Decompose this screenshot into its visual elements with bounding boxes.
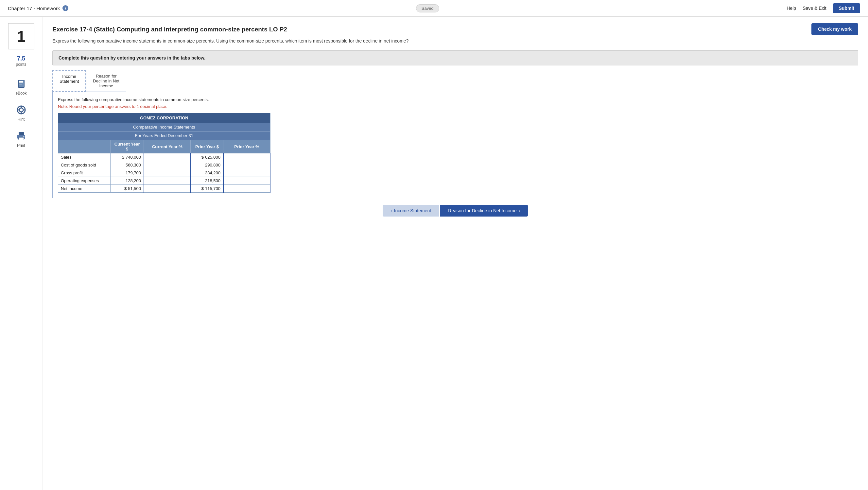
row-curr-dollar-opex: 128,200 bbox=[111, 177, 144, 185]
income-table: GOMEZ CORPORATION Comparative Income Sta… bbox=[58, 113, 271, 193]
col-header-curr-pct: Current Year % bbox=[144, 140, 191, 153]
print-button[interactable]: Print bbox=[8, 128, 34, 150]
svg-point-6 bbox=[19, 108, 23, 112]
table-row: Net income $ 51,500 $ bbox=[58, 185, 271, 193]
row-prior-pct-cogs[interactable] bbox=[223, 161, 270, 169]
table-row: Gross profit 179,700 334,200 bbox=[58, 169, 271, 177]
table-row: Cost of goods sold 560,300 290,800 bbox=[58, 161, 271, 169]
table-row: Sales $ 740,000 $ bbox=[58, 153, 271, 161]
row-curr-dollar-sales: $ 740,000 bbox=[111, 153, 144, 161]
row-prior-pct-opex[interactable] bbox=[223, 177, 270, 185]
svg-point-14 bbox=[23, 136, 24, 137]
saved-badge: Saved bbox=[416, 4, 439, 12]
content-area: Check my work Exercise 17-4 (Static) Com… bbox=[42, 17, 868, 490]
row-curr-pct-gross[interactable] bbox=[144, 169, 191, 177]
next-tab-label: Reason for Decline in Net Income bbox=[448, 208, 517, 213]
table-period: For Years Ended December 31 bbox=[58, 131, 271, 140]
main-layout: 1 7.5 points eBook bbox=[0, 17, 868, 490]
row-curr-pct-netincome[interactable] bbox=[144, 185, 191, 193]
tabs-container: IncomeStatement Reason forDecline in Net… bbox=[52, 70, 858, 92]
save-exit-link[interactable]: Save & Exit bbox=[803, 6, 826, 11]
submit-button[interactable]: Submit bbox=[833, 3, 860, 13]
col-header-curr-dollar: Current Year $ bbox=[111, 140, 144, 153]
hint-icon bbox=[16, 104, 27, 116]
exercise-description: Express the following comparative income… bbox=[52, 38, 858, 44]
input-prior-pct-opex[interactable] bbox=[225, 178, 269, 184]
help-link[interactable]: Help bbox=[786, 6, 796, 11]
hint-button[interactable]: Hint bbox=[8, 101, 34, 124]
table-col-header-row: Current Year $ Current Year % Prior Year… bbox=[58, 140, 271, 153]
row-prior-dollar-netincome: $ 115,700 bbox=[191, 185, 223, 193]
table-subtitle: Comparative Income Statements bbox=[58, 123, 271, 131]
svg-rect-13 bbox=[19, 137, 24, 140]
table-period-row: For Years Ended December 31 bbox=[58, 131, 271, 140]
nav-title-area: Chapter 17 - Homework i bbox=[8, 5, 68, 11]
row-curr-dollar-gross: 179,700 bbox=[111, 169, 144, 177]
input-prior-pct-gross[interactable] bbox=[225, 170, 269, 176]
sidebar: 1 7.5 points eBook bbox=[0, 17, 42, 490]
row-prior-dollar-opex: 218,500 bbox=[191, 177, 223, 185]
complete-banner: Complete this question by entering your … bbox=[52, 50, 858, 65]
table-subheader-row: Comparative Income Statements bbox=[58, 123, 271, 131]
input-prior-pct-sales[interactable] bbox=[225, 154, 269, 160]
hint-label: Hint bbox=[18, 117, 25, 122]
tab-note-highlight: Note: Round your percentage answers to 1… bbox=[58, 104, 852, 109]
input-curr-pct-opex[interactable] bbox=[146, 178, 189, 184]
svg-rect-4 bbox=[19, 84, 22, 84]
tab-income-statement[interactable]: IncomeStatement bbox=[52, 70, 86, 92]
nav-actions: Help Save & Exit Submit bbox=[786, 3, 860, 13]
check-my-work-button[interactable]: Check my work bbox=[811, 23, 858, 35]
input-curr-pct-sales[interactable] bbox=[146, 154, 189, 160]
row-curr-dollar-netincome: $ 51,500 bbox=[111, 185, 144, 193]
input-prior-pct-netincome[interactable] bbox=[225, 185, 269, 192]
input-curr-pct-gross[interactable] bbox=[146, 170, 189, 176]
table-row: Operating expenses 128,200 218,500 bbox=[58, 177, 271, 185]
tab-reason-decline[interactable]: Reason forDecline in NetIncome bbox=[86, 70, 126, 92]
input-curr-pct-cogs[interactable] bbox=[146, 162, 189, 168]
prev-tab-button[interactable]: ‹ Income Statement bbox=[383, 205, 439, 217]
input-prior-pct-cogs[interactable] bbox=[225, 162, 269, 168]
row-curr-pct-cogs[interactable] bbox=[144, 161, 191, 169]
row-prior-pct-sales[interactable] bbox=[223, 153, 270, 161]
prev-arrow-icon: ‹ bbox=[391, 208, 392, 213]
row-curr-pct-opex[interactable] bbox=[144, 177, 191, 185]
top-navigation: Chapter 17 - Homework i Saved Help Save … bbox=[0, 0, 868, 17]
points-value: 7.5 bbox=[16, 55, 26, 62]
chapter-title: Chapter 17 - Homework bbox=[8, 6, 60, 11]
points-label: points bbox=[16, 62, 26, 67]
print-icon bbox=[16, 130, 27, 142]
print-label: Print bbox=[17, 143, 25, 148]
row-label-netincome: Net income bbox=[58, 185, 111, 193]
svg-rect-3 bbox=[19, 83, 23, 83]
row-prior-dollar-gross: 334,200 bbox=[191, 169, 223, 177]
svg-rect-2 bbox=[19, 81, 23, 82]
tab-panel: Express the following comparative income… bbox=[52, 92, 858, 198]
tab-reason-decline-label: Reason forDecline in NetIncome bbox=[93, 73, 119, 88]
tab-note: Express the following comparative income… bbox=[58, 97, 852, 102]
row-label-sales: Sales bbox=[58, 153, 111, 161]
table-company-name: GOMEZ CORPORATION bbox=[58, 113, 271, 123]
info-icon[interactable]: i bbox=[62, 5, 68, 11]
tab-income-statement-label: IncomeStatement bbox=[60, 74, 79, 84]
ebook-button[interactable]: eBook bbox=[8, 75, 34, 98]
row-prior-dollar-sales: $ 625,000 bbox=[191, 153, 223, 161]
row-prior-pct-netincome[interactable] bbox=[223, 185, 270, 193]
question-number: 1 bbox=[17, 28, 26, 45]
prev-tab-label: Income Statement bbox=[394, 208, 431, 213]
col-header-prior-dollar: Prior Year $ bbox=[191, 140, 223, 153]
next-arrow-icon: › bbox=[518, 208, 520, 213]
row-label-gross: Gross profit bbox=[58, 169, 111, 177]
row-label-opex: Operating expenses bbox=[58, 177, 111, 185]
row-prior-pct-gross[interactable] bbox=[223, 169, 270, 177]
table-header-row: GOMEZ CORPORATION bbox=[58, 113, 271, 123]
input-curr-pct-netincome[interactable] bbox=[146, 185, 189, 192]
next-tab-button[interactable]: Reason for Decline in Net Income › bbox=[440, 205, 528, 217]
row-prior-dollar-cogs: 290,800 bbox=[191, 161, 223, 169]
row-curr-pct-sales[interactable] bbox=[144, 153, 191, 161]
exercise-title: Exercise 17-4 (Static) Computing and int… bbox=[52, 26, 858, 33]
col-header-empty bbox=[58, 140, 111, 153]
question-number-box: 1 bbox=[8, 23, 34, 50]
col-header-prior-pct: Prior Year % bbox=[223, 140, 270, 153]
points-box: 7.5 points bbox=[16, 55, 26, 67]
navigation-buttons: ‹ Income Statement Reason for Decline in… bbox=[52, 205, 858, 217]
